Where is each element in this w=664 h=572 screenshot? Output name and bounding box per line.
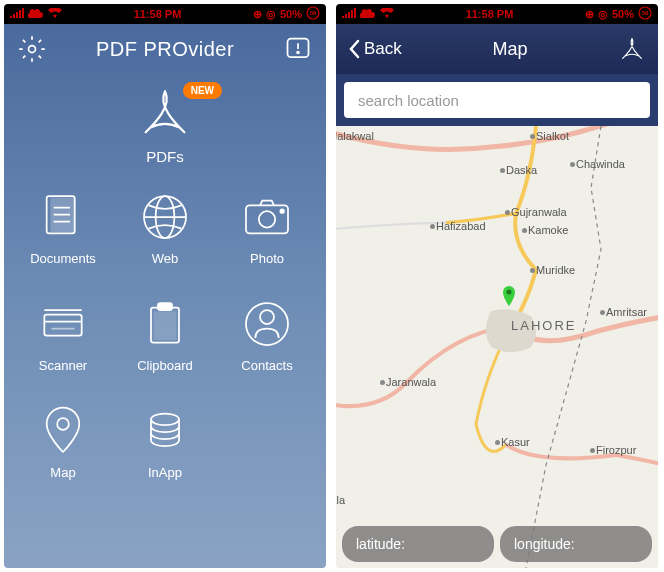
clipboard-icon xyxy=(137,296,193,352)
compass-icon: ⊕ xyxy=(253,8,262,21)
map-button[interactable]: Map xyxy=(26,403,100,480)
map-pin-icon xyxy=(35,403,91,459)
web-label: Web xyxy=(152,251,179,266)
city-dot xyxy=(530,134,535,139)
clipboard-button[interactable]: Clipboard xyxy=(128,296,202,373)
inapp-button[interactable]: InApp xyxy=(128,403,202,480)
location-icon: ◎ xyxy=(598,8,608,21)
new-badge: NEW xyxy=(183,82,222,99)
city-label: Kamoke xyxy=(528,224,568,236)
map-title: Map xyxy=(492,39,527,60)
city-label: Kasur xyxy=(501,436,530,448)
city-label: Hafizabad xyxy=(436,220,486,232)
photo-label: Photo xyxy=(250,251,284,266)
city-dot xyxy=(380,380,385,385)
city-label: Gujranwala xyxy=(511,206,567,218)
coordinate-pills: latitude: longitude: xyxy=(342,526,652,562)
coins-icon xyxy=(137,403,193,459)
status-bar: 11:58 PM ⊕ ◎ 50% 59 xyxy=(4,4,326,24)
map-nav-bar: Back Map xyxy=(336,24,658,74)
compass-icon: ⊕ xyxy=(585,8,594,21)
city-label: Muridke xyxy=(536,264,575,276)
longitude-pill: longitude: xyxy=(500,526,652,562)
document-icon xyxy=(35,189,91,245)
back-arrow-icon xyxy=(348,39,360,59)
city-dot xyxy=(590,448,595,453)
status-time: 11:58 PM xyxy=(466,8,514,20)
phone-home-screen: 11:58 PM ⊕ ◎ 50% 59 PDF PROvider NEW xyxy=(4,4,326,568)
city-dot xyxy=(500,168,505,173)
search-input[interactable] xyxy=(344,82,650,118)
location-pin xyxy=(501,286,517,308)
map-background xyxy=(336,126,658,568)
contacts-icon xyxy=(239,296,295,352)
cloud-icon xyxy=(360,8,376,20)
city-label: Daska xyxy=(506,164,537,176)
svg-point-24 xyxy=(260,310,274,324)
latitude-pill: latitude: xyxy=(342,526,494,562)
svg-text:59: 59 xyxy=(642,10,649,16)
battery-icon: 59 xyxy=(306,6,320,22)
back-button[interactable]: Back xyxy=(348,39,402,59)
settings-icon[interactable] xyxy=(18,35,46,63)
city-label: Firozpur xyxy=(596,444,636,456)
city-label: Amritsar xyxy=(606,306,647,318)
city-label: Sialkot xyxy=(536,130,569,142)
phone-map-screen: 11:58 PM ⊕ ◎ 50% 59 Back Map xyxy=(336,4,658,568)
city-dot xyxy=(505,210,510,215)
svg-point-15 xyxy=(280,209,284,213)
camera-icon xyxy=(239,189,295,245)
svg-point-30 xyxy=(507,290,512,295)
photo-button[interactable]: Photo xyxy=(230,189,304,266)
map-label: Map xyxy=(50,465,75,480)
city-label: Chawinda xyxy=(576,158,625,170)
svg-point-2 xyxy=(29,46,36,53)
status-bar: 11:58 PM ⊕ ◎ 50% 59 xyxy=(336,4,658,24)
pdfs-button[interactable]: NEW PDFs xyxy=(136,84,194,165)
svg-text:59: 59 xyxy=(310,10,317,16)
adobe-icon[interactable] xyxy=(618,35,646,63)
city-dot xyxy=(495,440,500,445)
back-label: Back xyxy=(364,39,402,59)
svg-rect-16 xyxy=(44,315,81,336)
city-dot xyxy=(522,228,527,233)
svg-point-25 xyxy=(57,418,69,430)
svg-point-26 xyxy=(151,414,179,426)
svg-point-5 xyxy=(297,52,299,54)
pdfs-label: PDFs xyxy=(146,148,184,165)
documents-label: Documents xyxy=(30,251,96,266)
status-time: 11:58 PM xyxy=(134,8,182,20)
city-label: LAHORE xyxy=(511,318,576,333)
svg-rect-21 xyxy=(158,303,172,310)
scanner-label: Scanner xyxy=(39,358,87,373)
scanner-icon xyxy=(35,296,91,352)
search-container xyxy=(336,74,658,126)
city-label: Jaranwala xyxy=(386,376,436,388)
city-label: Malakwal xyxy=(336,130,374,142)
city-dot xyxy=(570,162,575,167)
wifi-icon xyxy=(380,8,394,20)
contacts-button[interactable]: Contacts xyxy=(230,296,304,373)
feedback-icon[interactable] xyxy=(284,35,312,63)
battery-percent: 50% xyxy=(280,8,302,20)
svg-rect-22 xyxy=(155,312,176,339)
icon-grid: Documents Web Photo xyxy=(4,189,326,480)
signal-icon xyxy=(10,8,24,20)
city-dot xyxy=(430,224,435,229)
signal-icon xyxy=(342,8,356,20)
location-icon: ◎ xyxy=(266,8,276,21)
map-view[interactable]: MalakwalSialkotDaskaChawindaGujranwalaHa… xyxy=(336,126,658,568)
city-dot xyxy=(600,310,605,315)
app-title: PDF PROvider xyxy=(96,38,234,61)
scanner-button[interactable]: Scanner xyxy=(26,296,100,373)
globe-icon xyxy=(137,189,193,245)
contacts-label: Contacts xyxy=(241,358,292,373)
battery-percent: 50% xyxy=(612,8,634,20)
city-label: kla xyxy=(336,494,345,506)
cloud-icon xyxy=(28,8,44,20)
documents-button[interactable]: Documents xyxy=(26,189,100,266)
web-button[interactable]: Web xyxy=(128,189,202,266)
nav-bar: PDF PROvider xyxy=(4,24,326,74)
wifi-icon xyxy=(48,8,62,20)
clipboard-label: Clipboard xyxy=(137,358,193,373)
